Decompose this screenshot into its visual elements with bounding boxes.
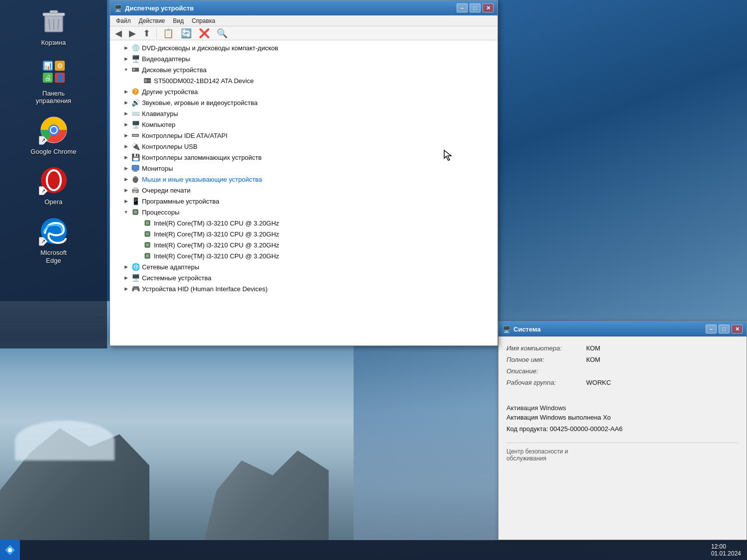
minimize-button[interactable]: –	[457, 3, 468, 12]
tree-video[interactable]: ▶ 🖥️ Видеоадаптеры	[110, 53, 498, 64]
opera-label: Opera	[44, 198, 62, 206]
label-processors: Процессоры	[142, 209, 179, 216]
toolbar-properties[interactable]: 📋	[160, 27, 177, 40]
opera-icon[interactable]: ↗ ↗ Opera	[21, 164, 86, 206]
chrome-image: ↗	[38, 114, 70, 146]
tree-other[interactable]: ▶ ? Другие устройства	[110, 86, 498, 97]
sysinfo-workgroup-label: Рабочая группа:	[506, 379, 586, 386]
tree-print[interactable]: ▶ Очереди печати	[110, 185, 498, 196]
svg-rect-48	[134, 215, 135, 215]
tree-software[interactable]: ▶ 📱 Программные устройства	[110, 196, 498, 207]
menu-action[interactable]: Действие	[135, 16, 169, 25]
label-cpu4: Intel(R) Core(TM) i3-3210 CPU @ 3.20GHz	[154, 252, 279, 260]
arrow-system-devices: ▶	[122, 274, 130, 282]
svg-rect-51	[146, 222, 149, 224]
sysinfo-activation-status-row: Активация Windows выполнена Хо	[506, 414, 739, 421]
control-panel-icon[interactable]: 📊 ⚙ 🖨 👤 Панельуправления	[21, 56, 86, 105]
arrow-computer: ▶	[122, 120, 130, 128]
label-cpu2: Intel(R) Core(TM) i3-3210 CPU @ 3.20GHz	[154, 230, 279, 238]
icon-st500	[143, 76, 152, 85]
svg-rect-42	[132, 211, 133, 212]
sysinfo-maximize[interactable]: □	[719, 325, 730, 334]
label-ide: Контроллеры IDE ATA/ATAPI	[142, 132, 228, 139]
tree-sound[interactable]: ▶ 🔊 Звуковые, игровые и видеоустройства	[110, 97, 498, 108]
sysinfo-product-code-row: Код продукта: 00425-00000-00002-AA6	[506, 425, 739, 433]
recycle-bin-image	[38, 5, 70, 37]
tree-monitors[interactable]: ▶ Мониторы	[110, 163, 498, 174]
tree-computer[interactable]: ▶ 🖥️ Компьютер	[110, 119, 498, 130]
tree-hid[interactable]: ▶ 🎮 Устройства HID (Human Interface Devi…	[110, 283, 498, 294]
maximize-button[interactable]: □	[470, 3, 481, 12]
tree-disk[interactable]: ▼ Дисковые устройства	[110, 64, 498, 75]
arrow-hid: ▶	[122, 285, 130, 293]
label-hid: Устройства HID (Human Interface Devices)	[142, 285, 267, 293]
tree-network[interactable]: ▶ 🌐 Сетевые адаптеры	[110, 261, 498, 272]
arrow-mice: ▶	[122, 175, 130, 183]
svg-text:👤: 👤	[55, 74, 64, 82]
device-manager-menubar: Файл Действие Вид Справка	[110, 15, 498, 26]
menu-file[interactable]: Файл	[112, 16, 135, 25]
sysinfo-minimize[interactable]: –	[706, 325, 717, 334]
sysinfo-titlebar[interactable]: 🖥️ Система – □ ✕	[498, 322, 747, 336]
rock-formation-2	[204, 441, 329, 540]
tree-keyboard[interactable]: ▶ ⌨️ Клавиатуры	[110, 108, 498, 119]
menu-help[interactable]: Справка	[188, 16, 219, 25]
tree-mice[interactable]: ▶ Мыши и иные указывающие устройства	[110, 174, 498, 185]
tree-st500[interactable]: ST500DM002-1BD142 ATA Device	[110, 75, 498, 86]
microsoft-edge-icon[interactable]: ↗ MicrosoftEdge	[21, 215, 86, 264]
sysinfo-content: Имя компьютера: КОМ Полное имя: КОМ Опис…	[498, 336, 747, 470]
toolbar-separator	[156, 28, 157, 38]
arrow-monitors: ▶	[122, 164, 130, 172]
svg-rect-47	[136, 209, 137, 210]
menu-view[interactable]: Вид	[169, 16, 188, 25]
tree-cpu2[interactable]: Intel(R) Core(TM) i3-3210 CPU @ 3.20GHz	[110, 228, 498, 239]
tree-processors[interactable]: ▼ Процессоры	[110, 207, 498, 218]
label-cpu3: Intel(R) Core(TM) i3-3210 CPU @ 3.20GHz	[154, 241, 279, 249]
tree-ide[interactable]: ▶ Контроллеры IDE ATA/ATAPI	[110, 130, 498, 141]
device-manager-titlebar[interactable]: 🖥️ Диспетчер устройств – □ ✕	[110, 0, 498, 15]
icon-processors	[131, 208, 140, 217]
sysinfo-workgroup-value: WORKC	[586, 379, 611, 386]
start-button[interactable]	[0, 540, 20, 560]
sysinfo-description-row: Описание:	[506, 367, 739, 375]
toolbar-forward[interactable]: ▶	[126, 27, 139, 40]
close-button[interactable]: ✕	[483, 3, 494, 12]
icon-storage: 💾	[131, 153, 140, 162]
arrow-keyboard: ▶	[122, 110, 130, 117]
label-monitors: Мониторы	[142, 165, 173, 172]
sysinfo-bottom-section: Центр безопасности иобслуживания	[506, 443, 739, 462]
arrow-other: ▶	[122, 88, 130, 96]
svg-point-59	[8, 548, 12, 552]
icon-keyboard: ⌨️	[131, 109, 140, 118]
tree-dvd[interactable]: ▶ 💿 DVD-дисководы и дисководы компакт-ди…	[110, 42, 498, 53]
google-chrome-icon[interactable]: ↗ Google Chrome	[21, 114, 86, 156]
icon-network: 🌐	[131, 262, 140, 271]
toolbar-back[interactable]: ◀	[112, 27, 125, 40]
toolbar-up[interactable]: ⬆	[140, 27, 153, 40]
tree-cpu3[interactable]: Intel(R) Core(TM) i3-3210 CPU @ 3.20GHz	[110, 239, 498, 250]
toolbar-scan[interactable]: 🔍	[214, 27, 231, 40]
toolbar-update[interactable]: 🔄	[178, 27, 195, 40]
tree-cpu4[interactable]: Intel(R) Core(TM) i3-3210 CPU @ 3.20GHz	[110, 250, 498, 261]
svg-rect-41	[134, 211, 137, 214]
spacer	[506, 390, 739, 398]
sysinfo-product-code: Код продукта: 00425-00000-00002-AA6	[506, 425, 622, 433]
edge-image: ↗	[38, 215, 70, 247]
taskbar-clock: 12:00 01.01.2024	[705, 543, 747, 557]
svg-rect-44	[138, 211, 138, 212]
tree-system-devices[interactable]: ▶ 🖥️ Системные устройства	[110, 272, 498, 283]
device-tree[interactable]: ▶ 💿 DVD-дисководы и дисководы компакт-ди…	[110, 40, 498, 345]
arrow-processors: ▼	[122, 208, 130, 216]
toolbar-uninstall[interactable]: ❌	[196, 27, 213, 40]
tree-cpu1[interactable]: Intel(R) Core(TM) i3-3210 CPU @ 3.20GHz	[110, 218, 498, 228]
svg-text:🖨: 🖨	[44, 74, 51, 82]
sysinfo-close[interactable]: ✕	[732, 325, 743, 334]
arrow-st500	[134, 77, 142, 85]
tree-storage[interactable]: ▶ 💾 Контроллеры запоминающих устройств	[110, 152, 498, 163]
arrow-print: ▶	[122, 186, 130, 194]
label-cpu1: Intel(R) Core(TM) i3-3210 CPU @ 3.20GHz	[154, 220, 279, 227]
label-mice: Мыши и иные указывающие устройства	[142, 176, 262, 183]
control-panel-label: Панельуправления	[36, 90, 71, 105]
recycle-bin-icon[interactable]: Корзина	[21, 5, 86, 47]
tree-usb[interactable]: ▶ 🔌 Контроллеры USB	[110, 141, 498, 152]
